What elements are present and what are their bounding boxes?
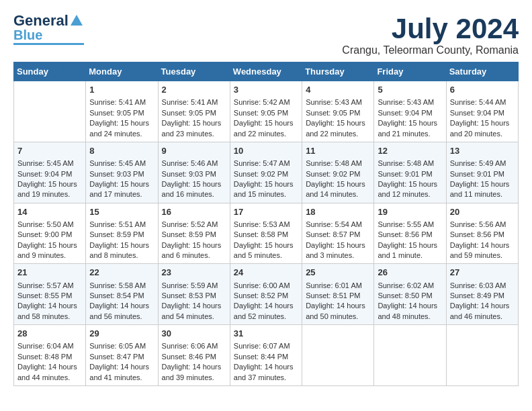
calendar-cell: 7Sunrise: 5:45 AMSunset: 9:04 PMDaylight… [14, 142, 86, 203]
day-info-line: Sunset: 8:50 PM [378, 291, 442, 301]
day-info-line: Sunset: 9:05 PM [89, 108, 154, 118]
day-info-line: and 15 minutes. [234, 189, 298, 199]
logo-blue: Blue [13, 28, 42, 42]
day-info-line: Sunrise: 5:45 AM [17, 158, 82, 169]
day-info-line: Sunrise: 5:43 AM [306, 97, 370, 107]
day-info-line: Sunset: 8:54 PM [89, 291, 154, 301]
day-info-line: and 8 minutes. [89, 250, 154, 261]
calendar-cell: 11Sunrise: 5:48 AMSunset: 9:02 PMDayligh… [302, 142, 374, 203]
day-info-line: and 22 minutes. [234, 129, 298, 139]
calendar-cell: 9Sunrise: 5:46 AMSunset: 9:03 PMDaylight… [158, 142, 230, 203]
day-number: 30 [162, 328, 226, 340]
calendar-cell: 31Sunrise: 6:07 AMSunset: 8:44 PMDayligh… [230, 325, 302, 386]
day-number: 25 [306, 267, 370, 279]
weekday-header-saturday: Saturday [446, 62, 518, 81]
day-info-line: Daylight: 15 hours [378, 240, 442, 250]
calendar-cell: 16Sunrise: 5:52 AMSunset: 8:59 PMDayligh… [158, 203, 230, 264]
day-number: 6 [450, 84, 515, 96]
day-info-line: and 46 minutes. [450, 312, 515, 322]
day-info-line: Daylight: 15 hours [162, 179, 226, 189]
calendar-cell: 20Sunrise: 5:56 AMSunset: 8:56 PMDayligh… [446, 203, 518, 264]
day-info-line: Daylight: 15 hours [89, 179, 154, 189]
day-info-line: Sunset: 8:56 PM [450, 230, 515, 240]
day-number: 26 [378, 267, 442, 279]
day-number: 19 [378, 206, 442, 218]
day-info-line: Sunrise: 6:02 AM [378, 281, 442, 291]
calendar-cell: 2Sunrise: 5:41 AMSunset: 9:05 PMDaylight… [158, 81, 230, 142]
day-info-line: Daylight: 15 hours [234, 179, 298, 189]
calendar-cell: 5Sunrise: 5:43 AMSunset: 9:04 PMDaylight… [374, 81, 446, 142]
day-info-line: Sunrise: 5:46 AM [162, 158, 226, 169]
day-info-line: Sunrise: 5:51 AM [89, 220, 154, 230]
day-info-line: Sunset: 9:01 PM [450, 169, 515, 179]
day-info-line: Daylight: 15 hours [378, 179, 442, 189]
day-info-line: Sunset: 9:04 PM [378, 108, 442, 118]
day-info-line: Sunrise: 5:58 AM [89, 281, 154, 291]
day-info-line: and 17 minutes. [89, 189, 154, 199]
day-info-line: and 20 minutes. [450, 129, 515, 139]
day-info-line: and 14 minutes. [306, 189, 370, 199]
day-number: 7 [17, 145, 82, 157]
day-info-line: and 9 minutes. [17, 250, 82, 261]
day-info-line: and 19 minutes. [17, 189, 82, 199]
day-number: 3 [234, 84, 298, 96]
day-info-line: Sunset: 8:57 PM [306, 230, 370, 240]
day-number: 28 [17, 328, 82, 340]
day-info-line: and 54 minutes. [162, 312, 226, 322]
day-info-line: Sunrise: 5:47 AM [234, 158, 298, 169]
day-info-line: and 11 minutes. [450, 189, 515, 199]
day-info-line: Sunrise: 5:45 AM [89, 158, 154, 169]
calendar-cell: 12Sunrise: 5:48 AMSunset: 9:01 PMDayligh… [374, 142, 446, 203]
day-number: 9 [162, 145, 226, 157]
day-info-line: Sunset: 9:03 PM [89, 169, 154, 179]
day-info-line: Sunrise: 5:49 AM [450, 158, 515, 169]
weekday-header-sunday: Sunday [14, 62, 86, 81]
day-info-line: Daylight: 15 hours [306, 240, 370, 250]
day-number: 31 [234, 328, 298, 340]
day-info-line: Sunrise: 5:59 AM [162, 281, 226, 291]
day-info-line: Sunrise: 5:48 AM [378, 158, 442, 169]
day-number: 27 [450, 267, 515, 279]
month-title: July 2024 [342, 13, 519, 44]
logo: General Blue [13, 13, 84, 45]
day-info-line: and 41 minutes. [89, 373, 154, 383]
day-info-line: and 3 minutes. [306, 250, 370, 261]
day-info-line: Daylight: 15 hours [162, 118, 226, 128]
day-number: 1 [89, 84, 154, 96]
day-info-line: Daylight: 14 hours [89, 301, 154, 311]
day-info-line: Sunrise: 5:42 AM [234, 97, 298, 107]
day-info-line: Sunset: 9:04 PM [450, 108, 515, 118]
day-info-line: Sunrise: 5:41 AM [162, 97, 226, 107]
day-info-line: Sunset: 8:49 PM [450, 291, 515, 301]
day-info-line: Sunset: 8:58 PM [234, 230, 298, 240]
day-info-line: and 52 minutes. [234, 312, 298, 322]
day-number: 24 [234, 267, 298, 279]
day-info-line: and 48 minutes. [378, 312, 442, 322]
calendar-cell: 19Sunrise: 5:55 AMSunset: 8:56 PMDayligh… [374, 203, 446, 264]
calendar-cell [302, 325, 374, 386]
day-info-line: Sunset: 9:01 PM [378, 169, 442, 179]
day-info-line: Daylight: 14 hours [450, 240, 515, 250]
calendar-cell: 4Sunrise: 5:43 AMSunset: 9:05 PMDaylight… [302, 81, 374, 142]
day-info-line: Sunset: 9:02 PM [234, 169, 298, 179]
day-info-line: and 22 minutes. [306, 129, 370, 139]
day-info-line: Daylight: 15 hours [306, 118, 370, 128]
day-info-line: Daylight: 15 hours [306, 179, 370, 189]
day-info-line: Daylight: 14 hours [89, 362, 154, 372]
day-info-line: Sunset: 8:47 PM [89, 352, 154, 362]
day-info-line: Daylight: 14 hours [17, 301, 82, 311]
weekday-header-row: SundayMondayTuesdayWednesdayThursdayFrid… [14, 62, 519, 81]
calendar-cell: 24Sunrise: 6:00 AMSunset: 8:52 PMDayligh… [230, 264, 302, 325]
weekday-header-wednesday: Wednesday [230, 62, 302, 81]
weekday-header-tuesday: Tuesday [158, 62, 230, 81]
day-number: 10 [234, 145, 298, 157]
day-info-line: and 39 minutes. [162, 373, 226, 383]
day-info-line: Sunrise: 6:07 AM [234, 341, 298, 351]
week-row-4: 28Sunrise: 6:04 AMSunset: 8:48 PMDayligh… [14, 325, 519, 386]
day-info-line: Sunset: 8:59 PM [89, 230, 154, 240]
day-number: 16 [162, 206, 226, 218]
day-info-line: Daylight: 14 hours [17, 362, 82, 372]
calendar-cell: 3Sunrise: 5:42 AMSunset: 9:05 PMDaylight… [230, 81, 302, 142]
calendar-cell: 28Sunrise: 6:04 AMSunset: 8:48 PMDayligh… [14, 325, 86, 386]
day-info-line: Sunset: 8:51 PM [306, 291, 370, 301]
